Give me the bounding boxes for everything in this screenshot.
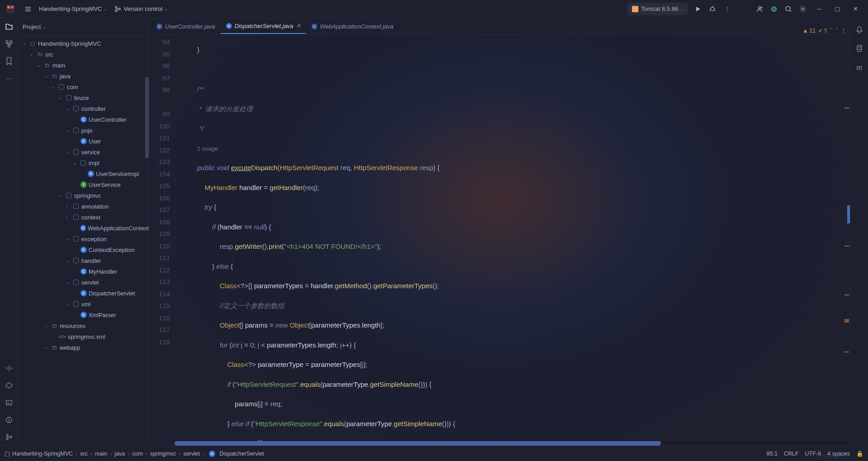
tree-webappcontext[interactable]: CWebApplicationContext — [18, 223, 149, 233]
svg-line-12 — [714, 8, 715, 9]
settings-icon[interactable] — [796, 2, 810, 16]
tree-dispatcherservlet[interactable]: CDispatcherServlet — [18, 288, 149, 299]
tree-com[interactable]: ⌄com — [18, 81, 149, 92]
tree-pojo[interactable]: ⌄pojo — [18, 125, 149, 136]
tree-annotation[interactable]: ›annotation — [18, 201, 149, 212]
build-tool-icon[interactable] — [0, 360, 18, 377]
tree-xmlparser[interactable]: CXmlParser — [18, 309, 149, 320]
svg-rect-1 — [7, 6, 10, 9]
tree-springmvcxml[interactable]: </>springmvc.xml — [18, 331, 149, 342]
git-tool-icon[interactable] — [0, 428, 18, 446]
tree-springmvc[interactable]: ⌄springmvc — [18, 190, 149, 201]
bookmarks-tool-icon[interactable] — [0, 52, 18, 70]
svg-point-6 — [115, 6, 117, 8]
breadcrumb-item[interactable]: com — [132, 451, 143, 457]
tree-user[interactable]: CUser — [18, 136, 149, 147]
project-scrollbar[interactable] — [145, 36, 149, 446]
breadcrumb-item[interactable]: springmvc — [150, 451, 176, 457]
tree-userservice[interactable]: IUserService — [18, 179, 149, 190]
search-icon[interactable] — [781, 2, 796, 16]
breadcrumb-item[interactable]: src — [80, 451, 88, 457]
tree-servlet[interactable]: ⌄servlet — [18, 277, 149, 288]
tomcat-icon — [632, 6, 638, 12]
close-icon[interactable]: ✕ — [296, 23, 301, 29]
statusbar: ▢ Handwriting-SpringMVC› src› main› java… — [0, 446, 868, 461]
more-tools-icon[interactable]: ⋯ — [0, 70, 18, 87]
account-icon[interactable] — [767, 2, 781, 16]
database-tool-icon[interactable] — [850, 40, 868, 57]
main-menu-icon[interactable] — [21, 2, 35, 16]
tree-context[interactable]: ›context — [18, 212, 149, 223]
tree-xml[interactable]: ⌄xml — [18, 299, 149, 309]
tab-more-icon[interactable]: ⋮ — [841, 28, 846, 34]
tree-controller[interactable]: ⌄controller — [18, 103, 149, 114]
error-stripe[interactable] — [844, 34, 850, 441]
tree-handler[interactable]: ⌄handler — [18, 255, 149, 266]
code-with-me-icon[interactable] — [752, 2, 767, 16]
tree-contextexception[interactable]: CContextException — [18, 244, 149, 255]
editor-inspection-widget[interactable]: ▲ 11 ✔︎ 5 ˄˅ ⋮ — [802, 28, 846, 34]
line-ending[interactable]: CRLF — [784, 451, 799, 457]
project-panel: Project⌄ ⌄▢Handwriting-SpringMVC ⌄🗀src ⌄… — [18, 18, 149, 446]
maven-tool-icon[interactable]: m — [850, 59, 868, 76]
breadcrumb-item[interactable]: java — [114, 451, 125, 457]
tree-main[interactable]: ⌄🗀main — [18, 60, 149, 71]
project-tree[interactable]: ⌄▢Handwriting-SpringMVC ⌄🗀src ⌄🗀main ⌄🗀j… — [18, 36, 149, 446]
project-tool-icon[interactable] — [0, 18, 18, 35]
more-actions-icon[interactable]: ⋮ — [720, 2, 734, 16]
window-maximize-button[interactable]: ▢ — [828, 2, 846, 16]
tree-src[interactable]: ⌄🗀src — [18, 49, 149, 60]
svg-point-29 — [6, 434, 8, 436]
encoding[interactable]: UTF-8 — [805, 451, 821, 457]
tree-webapp[interactable]: ⌄🗀webapp — [18, 342, 149, 353]
run-button[interactable] — [691, 2, 705, 16]
window-minimize-button[interactable]: ─ — [810, 2, 828, 16]
tree-bruce[interactable]: ⌄bruce — [18, 92, 149, 103]
svg-point-32 — [857, 45, 862, 47]
titlebar: Handwriting-SpringMVC⌄ Version control⌄ … — [0, 0, 868, 18]
svg-point-9 — [711, 7, 714, 11]
tab-webappcontext[interactable]: CWebApplicationContext.java — [306, 19, 399, 34]
readonly-icon[interactable]: 🔒 — [856, 450, 863, 457]
gutter: 9495969798991001011021031041051061071081… — [149, 34, 175, 446]
notifications-icon[interactable] — [850, 21, 868, 38]
problems-tool-icon[interactable] — [0, 411, 18, 428]
svg-line-11 — [710, 8, 711, 9]
right-sidebar: m — [850, 18, 868, 446]
horizontal-scrollbar[interactable] — [175, 441, 850, 446]
cursor-position[interactable]: 95:1 — [767, 451, 778, 457]
tree-usercontroller[interactable]: CUserController — [18, 114, 149, 125]
ide-logo — [5, 4, 15, 14]
tab-usercontroller[interactable]: CUserController.java — [151, 19, 221, 34]
tree-service[interactable]: ⌄service — [18, 147, 149, 157]
structure-tool-icon[interactable] — [0, 35, 18, 52]
vcs-selector[interactable]: Version control⌄ — [111, 2, 171, 16]
tree-java[interactable]: ⌄🗀java — [18, 71, 149, 81]
svg-rect-22 — [10, 41, 12, 43]
svg-point-31 — [10, 436, 12, 438]
tree-root[interactable]: ⌄▢Handwriting-SpringMVC — [18, 38, 149, 49]
services-tool-icon[interactable] — [0, 377, 18, 394]
breadcrumb-root[interactable]: ▢ Handwriting-SpringMVC — [5, 450, 73, 457]
tree-resources[interactable]: ⌄🗀resources — [18, 320, 149, 331]
debug-button[interactable] — [705, 2, 720, 16]
breadcrumb-item[interactable]: C DispatcherServlet — [207, 451, 264, 457]
tree-exception[interactable]: ⌄exception — [18, 233, 149, 244]
breadcrumb-item[interactable]: main — [95, 451, 107, 457]
window-close-button[interactable]: ✕ — [846, 2, 864, 16]
project-selector[interactable]: Handwriting-SpringMVC⌄ — [35, 2, 111, 16]
svg-point-8 — [118, 8, 120, 10]
tree-userserviceimpl[interactable]: CUserServiceImpl — [18, 168, 149, 179]
code-content[interactable]: } /** * 请求的分发处理 */ 1 usage public void e… — [175, 34, 850, 446]
svg-marker-24 — [6, 383, 12, 388]
tree-myhandler[interactable]: CMyHandler — [18, 266, 149, 277]
tree-impl[interactable]: ⌄impl — [18, 157, 149, 168]
svg-line-13 — [710, 10, 711, 11]
code-editor[interactable]: 9495969798991001011021031041051061071081… — [149, 34, 850, 446]
svg-line-19 — [790, 10, 791, 12]
run-config-selector[interactable]: Tomcat 8.5.86⌄ — [627, 3, 688, 15]
tab-dispatcherservlet[interactable]: CDispatcherServlet.java✕ — [221, 19, 306, 34]
left-sidebar: ⋯ — [0, 18, 18, 446]
breadcrumb-item[interactable]: servlet — [183, 451, 200, 457]
terminal-tool-icon[interactable] — [0, 394, 18, 411]
